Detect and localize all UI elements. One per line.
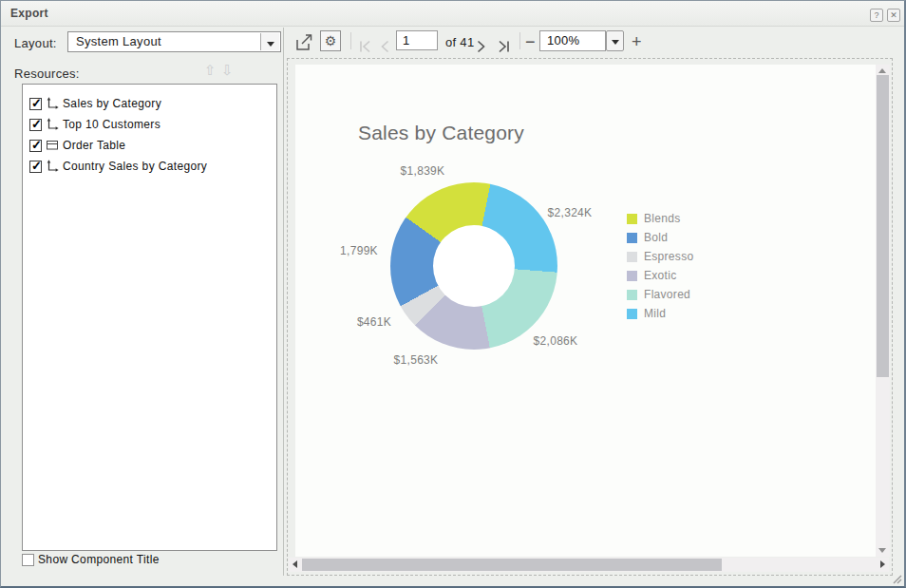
- layout-label: Layout:: [14, 36, 57, 50]
- zoom-level-value: 100%: [547, 33, 579, 47]
- donut-hole: [433, 225, 515, 307]
- legend-label: Bold: [644, 231, 668, 244]
- resize-grip-icon[interactable]: [892, 574, 902, 584]
- layout-dropdown-button[interactable]: [260, 33, 279, 50]
- vertical-scrollbar-thumb[interactable]: [877, 75, 889, 377]
- layout-dropdown[interactable]: System Layout: [67, 31, 281, 52]
- legend-item-bold: Bold: [627, 228, 693, 247]
- checkbox[interactable]: [29, 119, 42, 131]
- resources-label: Resources:: [14, 66, 80, 81]
- list-item-sales-by-category[interactable]: Sales by Category: [23, 93, 276, 114]
- list-item-label: Country Sales by Category: [63, 160, 207, 173]
- horizontal-scrollbar[interactable]: [289, 558, 889, 572]
- page-number-input[interactable]: [396, 30, 438, 50]
- zoom-out-button[interactable]: −: [525, 29, 536, 54]
- move-up-icon[interactable]: ⇧: [204, 62, 217, 79]
- legend-item-exotic: Exotic: [627, 266, 693, 285]
- move-down-icon[interactable]: ⇩: [221, 62, 234, 79]
- legend-swatch: [627, 233, 637, 243]
- chevron-down-icon: [612, 40, 619, 45]
- donut-chart: [390, 182, 557, 350]
- legend-swatch: [627, 214, 637, 224]
- first-page-icon: [358, 40, 372, 53]
- show-component-title-checkbox[interactable]: [22, 554, 34, 566]
- vertical-scrollbar[interactable]: [876, 65, 890, 557]
- legend-item-blends: Blends: [627, 209, 693, 228]
- list-item-country-sales-by-category[interactable]: Country Sales by Category: [23, 156, 276, 177]
- zoom-level-field[interactable]: 100%: [539, 30, 606, 51]
- panel-divider: [283, 28, 284, 576]
- legend-label: Exotic: [644, 269, 676, 282]
- legend-swatch: [627, 271, 637, 281]
- chart-axes-icon: [46, 118, 59, 131]
- toolbar-separator: [350, 32, 351, 49]
- export-icon: [293, 32, 316, 53]
- last-page-icon: [497, 40, 511, 53]
- chevron-down-icon: [267, 42, 274, 47]
- first-page-button[interactable]: [358, 34, 372, 59]
- scroll-up-icon[interactable]: [878, 68, 886, 73]
- chevron-left-icon: [379, 40, 390, 53]
- legend-item-espresso: Espresso: [627, 247, 693, 266]
- legend-item-flavored: Flavored: [627, 285, 693, 304]
- legend-label: Mild: [644, 307, 666, 320]
- chart-legend: Blends Bold Espresso Exotic Flavored: [627, 209, 693, 323]
- checkbox[interactable]: [29, 140, 42, 152]
- list-item-top-10-customers[interactable]: Top 10 Customers: [23, 114, 276, 135]
- legend-label: Blends: [644, 212, 681, 225]
- preview-toolbar: ⚙ of 41 −: [287, 28, 897, 56]
- scroll-left-icon[interactable]: [293, 560, 297, 568]
- next-page-button[interactable]: [476, 34, 487, 59]
- title-bar: Export ? ✕: [1, 1, 904, 27]
- zoom-dropdown-button[interactable]: [606, 30, 624, 51]
- horizontal-scrollbar-thumb[interactable]: [302, 559, 722, 571]
- layout-dropdown-value: System Layout: [76, 34, 161, 48]
- report-page: Sales by Category $1,839K 1,799K $461K $…: [295, 65, 876, 557]
- toolbar-separator: [519, 32, 520, 49]
- resources-list: Sales by Category Top 10 Customers Order…: [22, 84, 277, 551]
- export-dialog: Export ? ✕ Layout: System Layout Resourc…: [0, 0, 906, 588]
- slice-label-mild: $2,324K: [548, 206, 593, 219]
- gear-icon: ⚙: [325, 33, 337, 48]
- page-count-label: of 41: [445, 35, 474, 49]
- legend-item-mild: Mild: [627, 304, 693, 323]
- zoom-in-button[interactable]: +: [632, 29, 642, 54]
- chevron-right-icon: [476, 40, 487, 53]
- list-item-label: Order Table: [63, 139, 125, 152]
- legend-swatch: [627, 309, 637, 319]
- checkbox[interactable]: [29, 161, 42, 173]
- list-item-label: Sales by Category: [63, 97, 161, 110]
- legend-swatch: [627, 290, 637, 300]
- list-item-order-table[interactable]: Order Table: [23, 135, 276, 156]
- slice-label-exotic: $1,563K: [394, 353, 439, 367]
- slice-label-flavored: $2,086K: [534, 334, 578, 348]
- dialog-title: Export: [10, 7, 48, 20]
- export-button[interactable]: [293, 30, 316, 55]
- close-button[interactable]: ✕: [887, 9, 900, 22]
- legend-swatch: [627, 252, 637, 262]
- slice-label-bold: 1,799K: [340, 244, 378, 257]
- chart-axes-icon: [46, 97, 59, 110]
- show-component-title-label: Show Component Title: [38, 553, 160, 566]
- checkbox[interactable]: [29, 98, 42, 110]
- settings-button[interactable]: ⚙: [320, 30, 341, 51]
- scroll-down-icon[interactable]: [878, 548, 886, 553]
- last-page-button[interactable]: [497, 34, 511, 59]
- chart-axes-icon: [46, 160, 59, 173]
- preview-pane: Sales by Category $1,839K 1,799K $461K $…: [287, 58, 893, 576]
- legend-label: Espresso: [644, 250, 693, 263]
- list-item-label: Top 10 Customers: [63, 118, 160, 131]
- chart-title: Sales by Category: [358, 122, 524, 144]
- previous-page-button[interactable]: [379, 34, 390, 59]
- slice-label-espresso: $461K: [357, 315, 391, 329]
- help-button[interactable]: ?: [870, 9, 883, 22]
- slice-label-blends: $1,839K: [401, 164, 445, 178]
- legend-label: Flavored: [644, 288, 690, 301]
- table-icon: [46, 139, 59, 152]
- show-component-title-row[interactable]: Show Component Title: [22, 553, 160, 566]
- scroll-right-icon[interactable]: [880, 560, 885, 568]
